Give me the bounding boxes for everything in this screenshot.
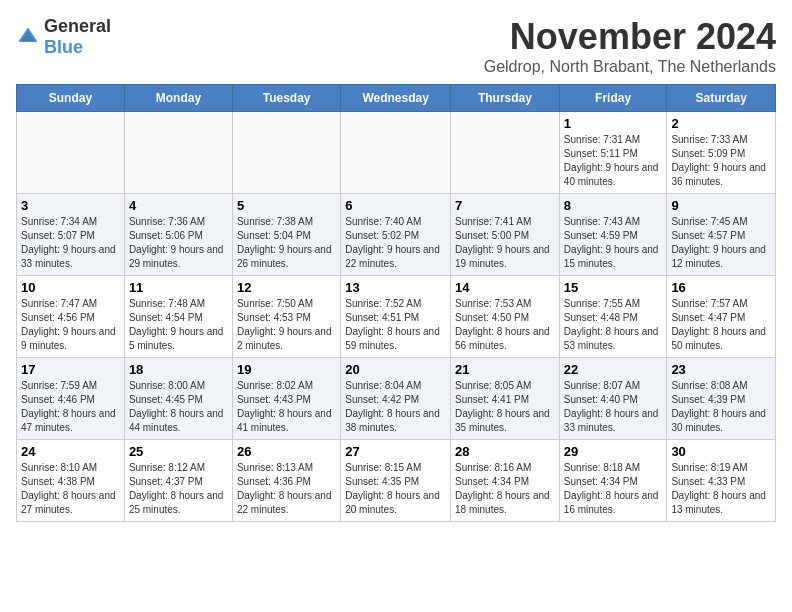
calendar-cell — [232, 112, 340, 194]
calendar-cell: 1Sunrise: 7:31 AM Sunset: 5:11 PM Daylig… — [559, 112, 667, 194]
day-number: 13 — [345, 280, 446, 295]
day-number: 14 — [455, 280, 555, 295]
calendar-cell — [17, 112, 125, 194]
day-number: 9 — [671, 198, 771, 213]
day-info: Sunrise: 8:05 AM Sunset: 4:41 PM Dayligh… — [455, 379, 555, 435]
calendar-cell: 25Sunrise: 8:12 AM Sunset: 4:37 PM Dayli… — [124, 440, 232, 522]
calendar-cell — [124, 112, 232, 194]
day-info: Sunrise: 7:43 AM Sunset: 4:59 PM Dayligh… — [564, 215, 663, 271]
day-info: Sunrise: 8:04 AM Sunset: 4:42 PM Dayligh… — [345, 379, 446, 435]
title-area: November 2024 Geldrop, North Brabant, Th… — [484, 16, 776, 76]
day-info: Sunrise: 8:07 AM Sunset: 4:40 PM Dayligh… — [564, 379, 663, 435]
day-info: Sunrise: 7:57 AM Sunset: 4:47 PM Dayligh… — [671, 297, 771, 353]
day-info: Sunrise: 8:12 AM Sunset: 4:37 PM Dayligh… — [129, 461, 228, 517]
subtitle: Geldrop, North Brabant, The Netherlands — [484, 58, 776, 76]
calendar-cell: 3Sunrise: 7:34 AM Sunset: 5:07 PM Daylig… — [17, 194, 125, 276]
col-header-saturday: Saturday — [667, 85, 776, 112]
calendar-cell: 23Sunrise: 8:08 AM Sunset: 4:39 PM Dayli… — [667, 358, 776, 440]
logo: General Blue — [16, 16, 111, 58]
calendar-cell: 8Sunrise: 7:43 AM Sunset: 4:59 PM Daylig… — [559, 194, 667, 276]
day-number: 10 — [21, 280, 120, 295]
day-number: 16 — [671, 280, 771, 295]
day-info: Sunrise: 7:50 AM Sunset: 4:53 PM Dayligh… — [237, 297, 336, 353]
week-row-5: 24Sunrise: 8:10 AM Sunset: 4:38 PM Dayli… — [17, 440, 776, 522]
day-number: 20 — [345, 362, 446, 377]
calendar-cell: 26Sunrise: 8:13 AM Sunset: 4:36 PM Dayli… — [232, 440, 340, 522]
day-info: Sunrise: 8:02 AM Sunset: 4:43 PM Dayligh… — [237, 379, 336, 435]
day-number: 5 — [237, 198, 336, 213]
day-number: 2 — [671, 116, 771, 131]
calendar-cell: 20Sunrise: 8:04 AM Sunset: 4:42 PM Dayli… — [341, 358, 451, 440]
calendar-cell — [341, 112, 451, 194]
day-number: 8 — [564, 198, 663, 213]
calendar-cell: 5Sunrise: 7:38 AM Sunset: 5:04 PM Daylig… — [232, 194, 340, 276]
col-header-thursday: Thursday — [451, 85, 560, 112]
day-info: Sunrise: 7:48 AM Sunset: 4:54 PM Dayligh… — [129, 297, 228, 353]
col-header-sunday: Sunday — [17, 85, 125, 112]
day-number: 3 — [21, 198, 120, 213]
day-info: Sunrise: 7:53 AM Sunset: 4:50 PM Dayligh… — [455, 297, 555, 353]
day-info: Sunrise: 8:13 AM Sunset: 4:36 PM Dayligh… — [237, 461, 336, 517]
header-row: SundayMondayTuesdayWednesdayThursdayFrid… — [17, 85, 776, 112]
calendar-cell: 15Sunrise: 7:55 AM Sunset: 4:48 PM Dayli… — [559, 276, 667, 358]
day-number: 7 — [455, 198, 555, 213]
calendar-cell: 12Sunrise: 7:50 AM Sunset: 4:53 PM Dayli… — [232, 276, 340, 358]
day-info: Sunrise: 8:18 AM Sunset: 4:34 PM Dayligh… — [564, 461, 663, 517]
day-info: Sunrise: 8:19 AM Sunset: 4:33 PM Dayligh… — [671, 461, 771, 517]
calendar-cell: 10Sunrise: 7:47 AM Sunset: 4:56 PM Dayli… — [17, 276, 125, 358]
week-row-3: 10Sunrise: 7:47 AM Sunset: 4:56 PM Dayli… — [17, 276, 776, 358]
day-number: 15 — [564, 280, 663, 295]
calendar-cell: 14Sunrise: 7:53 AM Sunset: 4:50 PM Dayli… — [451, 276, 560, 358]
day-info: Sunrise: 7:33 AM Sunset: 5:09 PM Dayligh… — [671, 133, 771, 189]
day-info: Sunrise: 7:38 AM Sunset: 5:04 PM Dayligh… — [237, 215, 336, 271]
day-number: 19 — [237, 362, 336, 377]
main-title: November 2024 — [484, 16, 776, 58]
logo-blue: Blue — [44, 37, 83, 57]
day-number: 6 — [345, 198, 446, 213]
day-info: Sunrise: 8:08 AM Sunset: 4:39 PM Dayligh… — [671, 379, 771, 435]
day-info: Sunrise: 7:47 AM Sunset: 4:56 PM Dayligh… — [21, 297, 120, 353]
day-number: 27 — [345, 444, 446, 459]
day-number: 30 — [671, 444, 771, 459]
calendar-table: SundayMondayTuesdayWednesdayThursdayFrid… — [16, 84, 776, 522]
calendar-cell: 7Sunrise: 7:41 AM Sunset: 5:00 PM Daylig… — [451, 194, 560, 276]
calendar-cell: 4Sunrise: 7:36 AM Sunset: 5:06 PM Daylig… — [124, 194, 232, 276]
day-number: 26 — [237, 444, 336, 459]
day-number: 11 — [129, 280, 228, 295]
calendar-cell: 9Sunrise: 7:45 AM Sunset: 4:57 PM Daylig… — [667, 194, 776, 276]
day-info: Sunrise: 7:34 AM Sunset: 5:07 PM Dayligh… — [21, 215, 120, 271]
col-header-monday: Monday — [124, 85, 232, 112]
day-info: Sunrise: 8:10 AM Sunset: 4:38 PM Dayligh… — [21, 461, 120, 517]
day-info: Sunrise: 8:16 AM Sunset: 4:34 PM Dayligh… — [455, 461, 555, 517]
calendar-cell: 13Sunrise: 7:52 AM Sunset: 4:51 PM Dayli… — [341, 276, 451, 358]
day-number: 18 — [129, 362, 228, 377]
day-info: Sunrise: 7:41 AM Sunset: 5:00 PM Dayligh… — [455, 215, 555, 271]
calendar-cell: 17Sunrise: 7:59 AM Sunset: 4:46 PM Dayli… — [17, 358, 125, 440]
calendar-cell: 16Sunrise: 7:57 AM Sunset: 4:47 PM Dayli… — [667, 276, 776, 358]
day-number: 22 — [564, 362, 663, 377]
calendar-cell: 28Sunrise: 8:16 AM Sunset: 4:34 PM Dayli… — [451, 440, 560, 522]
logo-general: General — [44, 16, 111, 36]
col-header-tuesday: Tuesday — [232, 85, 340, 112]
week-row-4: 17Sunrise: 7:59 AM Sunset: 4:46 PM Dayli… — [17, 358, 776, 440]
calendar-cell: 27Sunrise: 8:15 AM Sunset: 4:35 PM Dayli… — [341, 440, 451, 522]
header: General Blue November 2024 Geldrop, Nort… — [16, 16, 776, 76]
day-info: Sunrise: 7:40 AM Sunset: 5:02 PM Dayligh… — [345, 215, 446, 271]
day-number: 23 — [671, 362, 771, 377]
logo-icon — [16, 25, 40, 49]
day-info: Sunrise: 7:36 AM Sunset: 5:06 PM Dayligh… — [129, 215, 228, 271]
day-number: 12 — [237, 280, 336, 295]
calendar-cell: 6Sunrise: 7:40 AM Sunset: 5:02 PM Daylig… — [341, 194, 451, 276]
day-number: 29 — [564, 444, 663, 459]
day-info: Sunrise: 7:45 AM Sunset: 4:57 PM Dayligh… — [671, 215, 771, 271]
day-info: Sunrise: 7:31 AM Sunset: 5:11 PM Dayligh… — [564, 133, 663, 189]
calendar-cell — [451, 112, 560, 194]
calendar-cell: 11Sunrise: 7:48 AM Sunset: 4:54 PM Dayli… — [124, 276, 232, 358]
calendar-cell: 18Sunrise: 8:00 AM Sunset: 4:45 PM Dayli… — [124, 358, 232, 440]
calendar-cell: 21Sunrise: 8:05 AM Sunset: 4:41 PM Dayli… — [451, 358, 560, 440]
calendar-cell: 19Sunrise: 8:02 AM Sunset: 4:43 PM Dayli… — [232, 358, 340, 440]
day-number: 4 — [129, 198, 228, 213]
calendar-cell: 2Sunrise: 7:33 AM Sunset: 5:09 PM Daylig… — [667, 112, 776, 194]
calendar-cell: 22Sunrise: 8:07 AM Sunset: 4:40 PM Dayli… — [559, 358, 667, 440]
calendar-cell: 29Sunrise: 8:18 AM Sunset: 4:34 PM Dayli… — [559, 440, 667, 522]
